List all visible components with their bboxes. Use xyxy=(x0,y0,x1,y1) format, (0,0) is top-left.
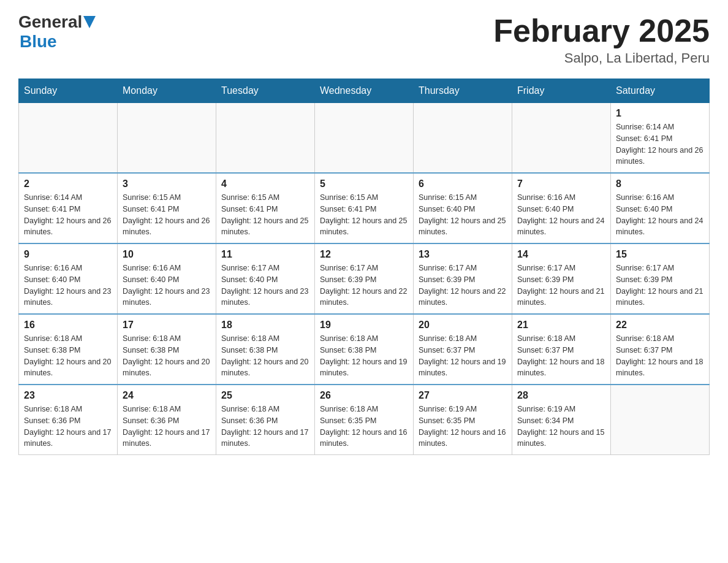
day-number: 3 xyxy=(123,178,211,190)
calendar-cell: 24Sunrise: 6:18 AM Sunset: 6:36 PM Dayli… xyxy=(118,385,216,455)
day-of-week-header: Monday xyxy=(118,79,216,103)
calendar-cell xyxy=(19,103,118,174)
calendar-week-row: 2Sunrise: 6:14 AM Sunset: 6:41 PM Daylig… xyxy=(19,173,710,243)
calendar-week-row: 23Sunrise: 6:18 AM Sunset: 6:36 PM Dayli… xyxy=(19,385,710,455)
day-of-week-header: Sunday xyxy=(19,79,118,103)
calendar-cell: 20Sunrise: 6:18 AM Sunset: 6:37 PM Dayli… xyxy=(414,314,512,385)
day-info: Sunrise: 6:19 AM Sunset: 6:35 PM Dayligh… xyxy=(419,404,507,450)
day-info: Sunrise: 6:17 AM Sunset: 6:39 PM Dayligh… xyxy=(419,262,507,308)
day-number: 25 xyxy=(221,390,309,401)
day-of-week-header: Friday xyxy=(512,79,611,103)
calendar-cell: 23Sunrise: 6:18 AM Sunset: 6:36 PM Dayli… xyxy=(19,385,118,455)
day-number: 13 xyxy=(419,249,507,260)
day-number: 14 xyxy=(517,249,605,260)
calendar-cell xyxy=(216,103,315,174)
calendar-week-row: 9Sunrise: 6:16 AM Sunset: 6:40 PM Daylig… xyxy=(19,243,710,314)
calendar-cell: 22Sunrise: 6:18 AM Sunset: 6:37 PM Dayli… xyxy=(611,314,710,385)
calendar-cell: 26Sunrise: 6:18 AM Sunset: 6:35 PM Dayli… xyxy=(315,385,414,455)
day-info: Sunrise: 6:19 AM Sunset: 6:34 PM Dayligh… xyxy=(517,404,605,450)
calendar-cell: 4Sunrise: 6:15 AM Sunset: 6:41 PM Daylig… xyxy=(216,173,315,243)
day-of-week-header: Thursday xyxy=(414,79,512,103)
calendar-cell xyxy=(414,103,512,174)
day-info: Sunrise: 6:18 AM Sunset: 6:37 PM Dayligh… xyxy=(517,333,605,379)
day-number: 17 xyxy=(123,320,211,331)
day-number: 20 xyxy=(419,320,507,331)
calendar-cell xyxy=(611,385,710,455)
day-info: Sunrise: 6:16 AM Sunset: 6:40 PM Dayligh… xyxy=(517,192,605,238)
calendar-cell: 8Sunrise: 6:16 AM Sunset: 6:40 PM Daylig… xyxy=(611,173,710,243)
day-info: Sunrise: 6:18 AM Sunset: 6:38 PM Dayligh… xyxy=(24,333,112,379)
calendar-cell: 28Sunrise: 6:19 AM Sunset: 6:34 PM Dayli… xyxy=(512,385,611,455)
calendar-cell: 3Sunrise: 6:15 AM Sunset: 6:41 PM Daylig… xyxy=(118,173,216,243)
day-info: Sunrise: 6:16 AM Sunset: 6:40 PM Dayligh… xyxy=(616,192,704,238)
calendar-cell: 1Sunrise: 6:14 AM Sunset: 6:41 PM Daylig… xyxy=(611,103,710,174)
page-header: General Blue February 2025 Salpo, La Lib… xyxy=(18,12,710,66)
day-number: 21 xyxy=(517,320,605,331)
day-info: Sunrise: 6:14 AM Sunset: 6:41 PM Dayligh… xyxy=(616,121,704,167)
day-number: 7 xyxy=(517,178,605,190)
day-info: Sunrise: 6:18 AM Sunset: 6:36 PM Dayligh… xyxy=(123,404,211,450)
calendar-cell: 10Sunrise: 6:16 AM Sunset: 6:40 PM Dayli… xyxy=(118,243,216,314)
calendar-cell: 21Sunrise: 6:18 AM Sunset: 6:37 PM Dayli… xyxy=(512,314,611,385)
day-number: 27 xyxy=(419,390,507,401)
day-number: 5 xyxy=(320,178,408,190)
calendar-header-row: SundayMondayTuesdayWednesdayThursdayFrid… xyxy=(19,79,710,103)
location-title: Salpo, La Libertad, Peru xyxy=(493,50,710,66)
day-number: 12 xyxy=(320,249,408,260)
day-info: Sunrise: 6:18 AM Sunset: 6:37 PM Dayligh… xyxy=(616,333,704,379)
day-info: Sunrise: 6:18 AM Sunset: 6:36 PM Dayligh… xyxy=(221,404,309,450)
calendar-cell: 18Sunrise: 6:18 AM Sunset: 6:38 PM Dayli… xyxy=(216,314,315,385)
day-number: 22 xyxy=(616,320,704,331)
day-info: Sunrise: 6:15 AM Sunset: 6:41 PM Dayligh… xyxy=(123,192,211,238)
day-info: Sunrise: 6:17 AM Sunset: 6:39 PM Dayligh… xyxy=(517,262,605,308)
day-number: 16 xyxy=(24,320,112,331)
day-number: 18 xyxy=(221,320,309,331)
day-info: Sunrise: 6:14 AM Sunset: 6:41 PM Dayligh… xyxy=(24,192,112,238)
svg-marker-0 xyxy=(83,16,96,28)
calendar-cell: 13Sunrise: 6:17 AM Sunset: 6:39 PM Dayli… xyxy=(414,243,512,314)
calendar-cell: 2Sunrise: 6:14 AM Sunset: 6:41 PM Daylig… xyxy=(19,173,118,243)
logo-blue-text: Blue xyxy=(20,32,96,52)
calendar-cell: 27Sunrise: 6:19 AM Sunset: 6:35 PM Dayli… xyxy=(414,385,512,455)
logo-triangle-icon xyxy=(83,13,96,28)
day-info: Sunrise: 6:18 AM Sunset: 6:38 PM Dayligh… xyxy=(320,333,408,379)
logo-general-text: General xyxy=(18,12,82,32)
day-of-week-header: Wednesday xyxy=(315,79,414,103)
day-number: 26 xyxy=(320,390,408,401)
calendar-cell xyxy=(315,103,414,174)
day-info: Sunrise: 6:18 AM Sunset: 6:38 PM Dayligh… xyxy=(221,333,309,379)
day-info: Sunrise: 6:17 AM Sunset: 6:39 PM Dayligh… xyxy=(320,262,408,308)
day-of-week-header: Tuesday xyxy=(216,79,315,103)
calendar-cell: 14Sunrise: 6:17 AM Sunset: 6:39 PM Dayli… xyxy=(512,243,611,314)
day-number: 24 xyxy=(123,390,211,401)
day-number: 10 xyxy=(123,249,211,260)
title-block: February 2025 Salpo, La Libertad, Peru xyxy=(493,12,710,66)
day-number: 15 xyxy=(616,249,704,260)
calendar-week-row: 16Sunrise: 6:18 AM Sunset: 6:38 PM Dayli… xyxy=(19,314,710,385)
calendar-table: SundayMondayTuesdayWednesdayThursdayFrid… xyxy=(18,79,710,455)
day-info: Sunrise: 6:17 AM Sunset: 6:40 PM Dayligh… xyxy=(221,262,309,308)
month-title: February 2025 xyxy=(493,12,710,49)
calendar-cell: 12Sunrise: 6:17 AM Sunset: 6:39 PM Dayli… xyxy=(315,243,414,314)
day-number: 1 xyxy=(616,108,704,119)
calendar-cell: 7Sunrise: 6:16 AM Sunset: 6:40 PM Daylig… xyxy=(512,173,611,243)
day-number: 19 xyxy=(320,320,408,331)
day-number: 11 xyxy=(221,249,309,260)
day-info: Sunrise: 6:15 AM Sunset: 6:40 PM Dayligh… xyxy=(419,192,507,238)
calendar-cell: 11Sunrise: 6:17 AM Sunset: 6:40 PM Dayli… xyxy=(216,243,315,314)
calendar-cell xyxy=(118,103,216,174)
calendar-week-row: 1Sunrise: 6:14 AM Sunset: 6:41 PM Daylig… xyxy=(19,103,710,174)
day-number: 6 xyxy=(419,178,507,190)
calendar-cell xyxy=(512,103,611,174)
day-number: 8 xyxy=(616,178,704,190)
day-info: Sunrise: 6:18 AM Sunset: 6:36 PM Dayligh… xyxy=(24,404,112,450)
day-info: Sunrise: 6:16 AM Sunset: 6:40 PM Dayligh… xyxy=(24,262,112,308)
day-number: 4 xyxy=(221,178,309,190)
calendar-cell: 9Sunrise: 6:16 AM Sunset: 6:40 PM Daylig… xyxy=(19,243,118,314)
day-info: Sunrise: 6:15 AM Sunset: 6:41 PM Dayligh… xyxy=(221,192,309,238)
day-info: Sunrise: 6:18 AM Sunset: 6:37 PM Dayligh… xyxy=(419,333,507,379)
calendar-cell: 5Sunrise: 6:15 AM Sunset: 6:41 PM Daylig… xyxy=(315,173,414,243)
day-number: 28 xyxy=(517,390,605,401)
day-of-week-header: Saturday xyxy=(611,79,710,103)
calendar-cell: 15Sunrise: 6:17 AM Sunset: 6:39 PM Dayli… xyxy=(611,243,710,314)
